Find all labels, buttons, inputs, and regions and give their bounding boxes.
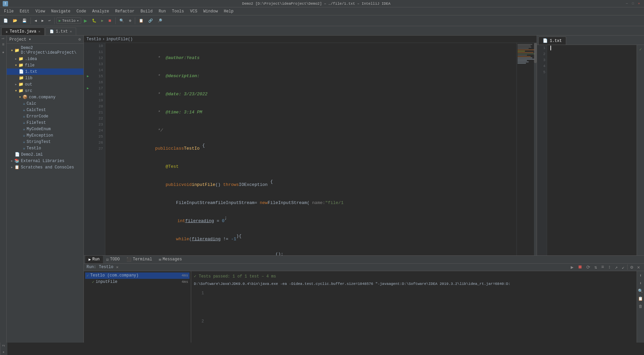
menu-window[interactable]: Window [201,8,220,14]
toolbar-find-usages[interactable]: 🔗 [146,17,155,24]
tree-errorcode[interactable]: ☕ ErrorCode [7,113,84,119]
menu-analyze[interactable]: Analyze [90,8,112,14]
minimize-button[interactable]: — [625,1,629,6]
toolbar-inspect[interactable]: 🔎 [156,17,164,24]
run-out-space-1 [194,297,634,317]
tree-stringtest[interactable]: ☕ StringTest [7,139,84,145]
toolbar-search-everywhere[interactable]: 🔍 [117,17,126,24]
gutter-26 [84,140,92,146]
gutter-22 [84,115,92,121]
run-panel-close-panel-btn[interactable]: ✕ [636,264,641,271]
run-panel-toggle-btn[interactable]: ⟳ [585,264,592,271]
maximize-button[interactable]: □ [631,1,635,6]
tab-close-testio[interactable]: ✕ [38,30,40,34]
run-header-label: Run: [87,265,96,269]
tab-testio-java[interactable]: ☕ TestIo.java ✕ [1,28,45,35]
run-tree-testlo[interactable]: ✓ Testlo (com.company) 4ms [85,272,190,279]
project-gear-icon[interactable]: ⚙ [78,37,81,42]
tree-demo2-label: Demo2 D:\Project\ideaProject\ [21,46,82,55]
txt-tab-1txt[interactable]: 📄 1.txt [538,37,566,45]
menu-help[interactable]: Help [221,8,236,14]
run-right-btn-5[interactable]: 🗑 [638,303,643,310]
menu-refactor[interactable]: Refactor [112,8,137,14]
tree-external-libs[interactable]: ▸ 📚 External Libraries [7,158,84,164]
menu-edit[interactable]: Edit [17,8,32,14]
run-panel-export-btn[interactable]: ↗ [613,264,619,271]
run-panel-import-btn[interactable]: ↙ [621,264,626,271]
tree-idea[interactable]: ▸ 📁 .idea [7,56,84,62]
run-toolbar-sep [627,264,628,270]
toolbar-settings[interactable]: ⚙ [127,17,133,24]
toolbar-new[interactable]: 📄 [1,17,10,24]
toolbar-annotate[interactable]: 📋 [137,17,146,24]
run-class-icon[interactable]: ▶ [87,74,89,78]
run-panel-expand-btn[interactable]: ↕ [607,264,612,270]
run-right-btn-1[interactable]: ⬆ [639,272,642,279]
tab-close-1txt[interactable]: ✕ [70,30,72,34]
menu-file[interactable]: File [1,8,16,14]
tree-com-company[interactable]: ▾ 📦 com.company [7,94,84,100]
run-config-selector[interactable]: ▶ Testlo ▾ [56,17,81,24]
tab-run[interactable]: ▶ Run [85,256,103,263]
project-tool-icon[interactable]: 1 [1,37,6,40]
run-button[interactable]: ▶ [82,16,89,25]
toolbar-save[interactable]: 💾 [20,17,29,24]
code-content-area[interactable]: * @author:Yeats * @description: * @date:… [105,43,517,255]
toolbar-back[interactable]: ◀ [33,17,39,24]
run-panel-stop-btn[interactable]: ⏹ [576,264,584,270]
menu-code[interactable]: Code [74,8,89,14]
tree-mycodenum[interactable]: ☕ MyCodeEnum [7,126,84,132]
tab-todo[interactable]: ☑ TODO [103,256,123,263]
tab-1-txt[interactable]: 📄 1.txt ✕ [45,28,76,35]
tree-calc[interactable]: ☕ Calc [7,100,84,107]
run-method-icon[interactable]: ▶ [87,86,89,90]
tree-calctest[interactable]: ☕ CalcTest [7,107,84,113]
tree-testlo[interactable]: ☕ Testlo [7,145,84,151]
tab-messages[interactable]: ✉ Messages [156,256,185,263]
run-panel-filter-btn[interactable]: ≡ [600,264,605,270]
title-bar: I Demo2 [D:\Project\ideaProject\Demo2] –… [0,0,644,7]
menu-vcs[interactable]: VCS [187,8,200,14]
run-right-btn-2[interactable]: ⬇ [639,280,642,287]
menu-build[interactable]: Build [138,8,155,14]
run-tree-inputfile[interactable]: ✓ inputFile 4ms [85,279,190,285]
close-button[interactable]: ✕ [637,1,641,6]
run-with-coverage[interactable]: ▶ [99,17,106,24]
right-icon-favorites[interactable]: ★ [1,350,6,355]
menu-run[interactable]: Run [156,8,169,14]
menu-navigate[interactable]: Navigate [48,8,73,14]
tree-demo2iml[interactable]: 📄 Demo2.iml [7,151,84,158]
run-panel-settings-btn[interactable]: ⚙ [629,264,634,271]
run-right-btn-4[interactable]: 📋 [637,296,644,302]
toolbar-forward[interactable]: ▶ [40,17,46,24]
run-right-btn-3[interactable]: 🔍 [637,288,644,294]
tree-myexception[interactable]: ☕ MyException [7,132,84,139]
tree-lib[interactable]: 📁 lib [7,75,84,81]
tree-scratches[interactable]: ▸ 📋 Scratches and Consoles [7,164,84,170]
run-panel-sort-btn[interactable]: ⇅ [593,264,598,271]
tree-1txt-label: 1.txt [25,69,37,74]
menu-tools[interactable]: Tools [169,8,187,14]
right-icon-structure[interactable]: 2 [1,344,6,347]
tree-1txt[interactable]: 📄 1.txt [7,68,84,75]
tab-terminal[interactable]: ⬛ Terminal [123,256,156,263]
tree-src[interactable]: ▾ 📁 src [7,88,84,94]
menu-view[interactable]: View [33,8,48,14]
tree-file-folder[interactable]: ▾ 📁 file [7,62,84,68]
tree-filetest[interactable]: ☕ FileTest [7,119,84,126]
run-header-close[interactable]: ✕ [116,265,118,270]
txt-btn-1[interactable]: ✓ [639,46,642,53]
txt-content-area[interactable] [547,45,637,255]
tab-label-1txt: 1.txt [56,29,68,34]
stop-button[interactable]: ⏹ [106,17,114,24]
toolbar-undo[interactable]: ↩ [46,17,53,24]
toolbar-open[interactable]: 📂 [11,17,19,24]
scrollbar-track[interactable] [534,43,537,255]
structure-tool-icon[interactable]: ≡ [1,42,5,48]
bookmarks-icon[interactable]: ★ [1,49,5,55]
debug-button[interactable]: 🐛 [90,17,99,24]
tree-out[interactable]: ▸ 📁 out [7,81,84,88]
run-tree-inputfile-time: 4ms [181,280,188,284]
tree-demo2-root[interactable]: ▾ 📁 Demo2 D:\Project\ideaProject\ [7,45,84,56]
run-panel-rerun-btn[interactable]: ▶ [570,264,575,271]
